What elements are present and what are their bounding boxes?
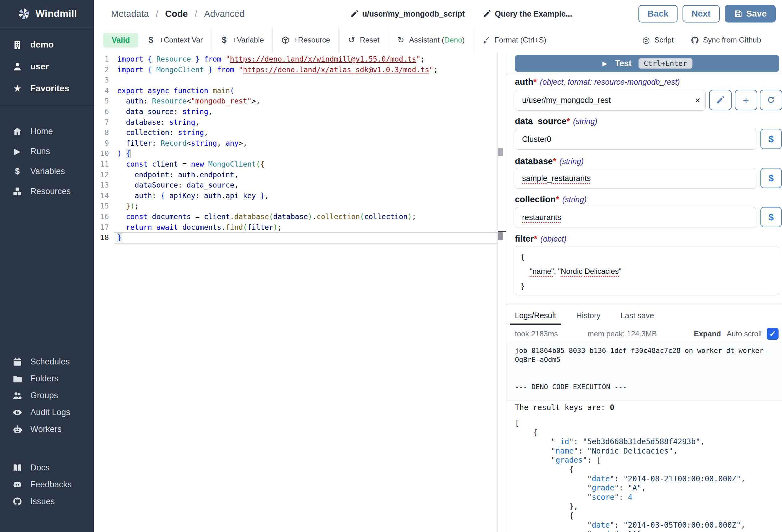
script-summary-edit[interactable]: Query the Example... (483, 9, 572, 18)
scrollbar-thumb[interactable] (498, 148, 503, 156)
collection-var-button[interactable]: $ (760, 207, 782, 227)
calendar-icon (12, 357, 22, 367)
breadcrumb: Metadata / Code / Advanced (111, 9, 245, 19)
sidebar-item-label: Issues (30, 497, 55, 506)
refresh-resource-button[interactable] (760, 90, 782, 110)
sidebar-item-label: user (30, 62, 49, 72)
log-line (515, 373, 779, 382)
script-toggle-button[interactable]: ◎ Script (633, 36, 682, 44)
result-json-line: "grades": [ (515, 456, 780, 465)
dollar-icon: $ (220, 36, 228, 44)
building-icon (12, 40, 22, 50)
sidebar-item-groups[interactable]: Groups (0, 387, 94, 404)
sidebar-item-folders[interactable]: Folders (0, 370, 94, 387)
github-icon (691, 36, 699, 44)
add-resource-button[interactable]: +Resource (273, 28, 339, 52)
breadcrumb-metadata[interactable]: Metadata (111, 9, 149, 19)
result-json-line: { (515, 511, 780, 521)
sync-from-github-button[interactable]: Sync from Github (682, 36, 770, 44)
sidebar-item-workers[interactable]: Workers (0, 421, 94, 438)
sidebar-item-issues[interactable]: Issues (0, 493, 94, 510)
sidebar-divider (0, 106, 94, 106)
breadcrumb-separator: / (156, 9, 158, 19)
sidebar-item-demo[interactable]: demo (0, 34, 94, 55)
code-line: 12 endpoint: auth.endpoint, (94, 169, 497, 180)
github-icon (12, 497, 22, 506)
data-source-var-button[interactable]: $ (760, 129, 782, 149)
autoscroll-checkbox[interactable]: ✓ (767, 328, 779, 340)
topbar-actions: Back Next Save (638, 5, 776, 23)
sidebar-item-home[interactable]: Home (0, 121, 94, 141)
sidebar-item-label: Home (30, 126, 53, 136)
format-button[interactable]: Format (Ctrl+S) (473, 28, 555, 52)
line-number: 2 (94, 64, 109, 75)
tab-logs-result[interactable]: Logs/Result (510, 308, 561, 325)
sidebar-item-favorites[interactable]: ★Favorites (0, 78, 94, 100)
breadcrumb-advanced[interactable]: Advanced (204, 9, 245, 19)
line-number: 7 (94, 117, 109, 127)
database-input[interactable]: sample_restaurants (515, 168, 756, 189)
app-title: Windmill (36, 8, 77, 20)
package-icon (281, 36, 290, 44)
assistant-button[interactable]: ↻ Assistant (Deno) (388, 28, 473, 52)
code-editor[interactable]: 1import { Resource } from "https://deno.… (94, 52, 506, 532)
robot-icon (12, 424, 22, 434)
code-line: 16 const documents = client.database(dat… (94, 211, 497, 222)
result-json-line: "_id": "5eb3d668b31de5d588f4293b", (515, 437, 780, 447)
breadcrumb-code[interactable]: Code (165, 9, 188, 19)
code-line: 11 const client = new MongoClient({ (94, 159, 497, 169)
code-line: 4export async function main( (94, 85, 497, 96)
sidebar-item-label: Docs (30, 463, 50, 472)
discord-icon (12, 480, 22, 490)
line-number: 8 (94, 127, 109, 138)
brush-icon (482, 36, 490, 44)
tab-history[interactable]: History (571, 308, 606, 325)
reset-button[interactable]: ↺ Reset (339, 28, 388, 52)
filter-json-input[interactable]: { "name": "Nordic Delicacies"} (515, 246, 779, 295)
line-number: 6 (94, 106, 109, 117)
sidebar-item-variables[interactable]: $Variables (0, 161, 94, 181)
sidebar-item-runs[interactable]: ▶Runs (0, 141, 94, 161)
sidebar-item-label: Runs (30, 147, 50, 156)
add-resource-button[interactable]: + (735, 90, 757, 110)
editor-toolbar: Valid $ +Context Var $ +Variable +Resour… (94, 28, 782, 53)
sidebar: Windmill demouser★Favorites Home▶Runs$Va… (0, 0, 94, 532)
group-icon (12, 391, 22, 401)
line-number: 3 (94, 75, 109, 85)
collection-input[interactable]: restaurants (515, 207, 756, 228)
database-var-button[interactable]: $ (760, 168, 782, 188)
add-variable-button[interactable]: $ +Variable (211, 28, 272, 52)
result-json-line: }, (515, 502, 780, 511)
sidebar-item-user[interactable]: user (0, 55, 94, 78)
data-source-input[interactable]: Cluster0 (515, 129, 756, 150)
editor-scrollbar (497, 52, 506, 532)
workspace-logo[interactable]: Windmill (0, 0, 94, 28)
result-json-line: "name": "Nordic Delicacies", (515, 447, 780, 456)
code-line: 7 database: string, (94, 117, 497, 127)
expand-button[interactable]: Expand (694, 330, 721, 338)
scrollbar-thumb[interactable] (498, 232, 503, 240)
add-context-var-button[interactable]: $ +Context Var (138, 28, 211, 52)
dollar-icon: $ (147, 36, 155, 44)
sidebar-item-schedules[interactable]: Schedules (0, 353, 94, 370)
script-path-edit[interactable]: u/user/my_mongodb_script (350, 9, 465, 18)
sidebar-item-resources[interactable]: Resources (0, 181, 94, 201)
refresh-icon (767, 96, 775, 104)
test-button[interactable]: ▶ Test Ctrl+Enter (515, 55, 779, 72)
sidebar-item-label: Feedbacks (30, 480, 72, 490)
panel-divider (506, 74, 782, 74)
sidebar-item-docs[interactable]: Docs (0, 459, 94, 476)
toolbar-right: ◎ Script Sync from Github (633, 36, 770, 44)
save-button[interactable]: Save (725, 5, 776, 23)
book-icon (12, 463, 22, 472)
edit-resource-button[interactable] (709, 90, 732, 110)
auth-resource-input[interactable]: u/user/my_mongodb_rest × (515, 90, 706, 111)
result-json-line: "score": 4 (515, 493, 780, 502)
clear-icon[interactable]: × (695, 90, 700, 110)
sidebar-group-help: DocsFeedbacksIssues (0, 459, 94, 510)
sidebar-item-feedbacks[interactable]: Feedbacks (0, 476, 94, 493)
sidebar-item-audit-logs[interactable]: Audit Logs (0, 404, 94, 421)
tab-last-save[interactable]: Last save (615, 308, 659, 325)
next-button[interactable]: Next (682, 5, 720, 23)
back-button[interactable]: Back (638, 5, 678, 23)
